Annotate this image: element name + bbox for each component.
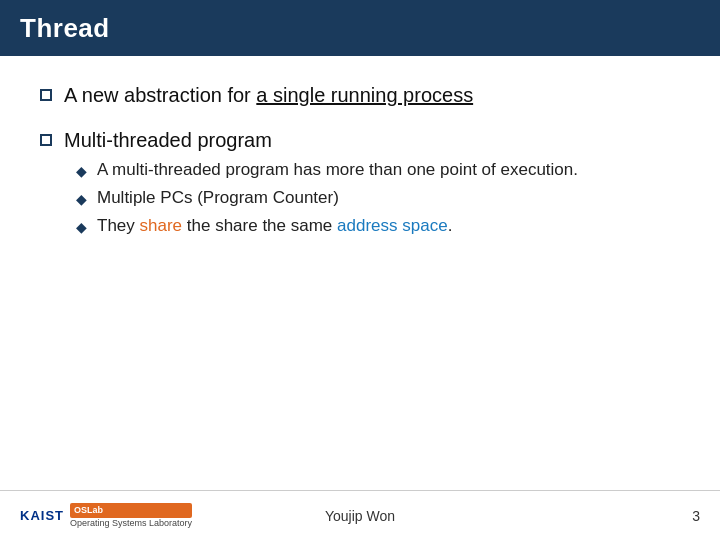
oslab-branding: OSLab Operating Systems Laboratory [70,503,192,528]
diamond-icon-1: ◆ [76,163,87,179]
bullet1-text: A new abstraction for a single running p… [64,84,473,107]
slide-footer: KAIST OSLab Operating Systems Laboratory… [0,490,720,540]
bullet-square-icon-2 [40,134,52,146]
footer-logo-area: KAIST OSLab Operating Systems Laboratory [20,503,192,528]
bullet1-underline: a single running process [256,84,473,106]
share-highlight: share [140,216,183,235]
presenter-name: Youjip Won [325,508,395,524]
sub-bullet-1: ◆ A multi-threaded program has more than… [76,160,680,180]
main-bullet-1: A new abstraction for a single running p… [40,84,680,107]
diamond-icon-2: ◆ [76,191,87,207]
sub-bullet-2-text: Multiple PCs (Program Counter) [97,188,339,208]
kaist-logo: KAIST [20,508,64,523]
bullet2-label: Multi-threaded program [64,129,272,152]
slide-content: A new abstraction for a single running p… [0,56,720,490]
sub-bullet-2: ◆ Multiple PCs (Program Counter) [76,188,680,208]
sub-bullet-1-text: A multi-threaded program has more than o… [97,160,578,180]
slide: Thread A new abstraction for a single ru… [0,0,720,540]
oslab-full-name: Operating Systems Laboratory [70,518,192,528]
main-bullet-2-group: Multi-threaded program ◆ A multi-threade… [40,129,680,236]
sub-bullet-3-text: They share the share the same address sp… [97,216,452,236]
sub-bullets: ◆ A multi-threaded program has more than… [76,160,680,236]
address-space-highlight: address space [337,216,448,235]
oslab-badge: OSLab [70,503,192,518]
diamond-icon-3: ◆ [76,219,87,235]
slide-header: Thread [0,0,720,56]
bullet-square-icon [40,89,52,101]
slide-title: Thread [20,13,110,44]
main-bullet-2: Multi-threaded program [40,129,680,152]
page-number: 3 [692,508,700,524]
sub-bullet-3: ◆ They share the share the same address … [76,216,680,236]
